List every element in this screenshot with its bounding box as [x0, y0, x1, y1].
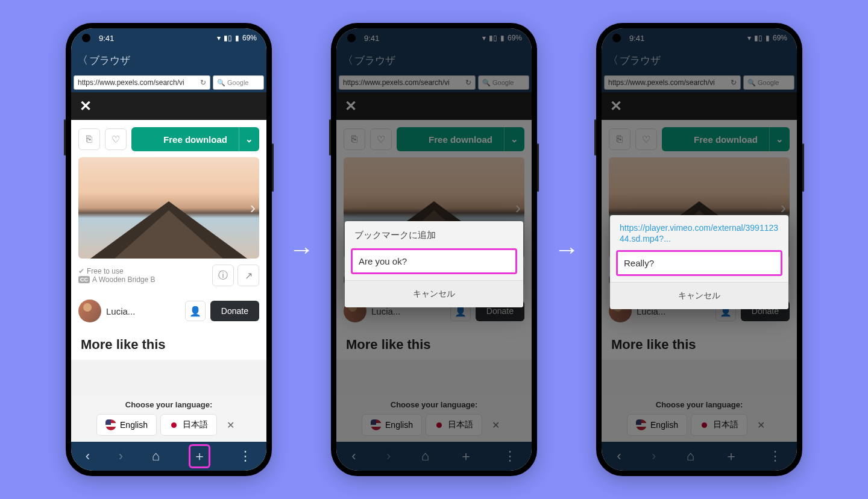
pier-shape-inner — [115, 210, 223, 259]
dialog-input-value: Really? — [624, 258, 654, 268]
author-row: Lucia... 👤 Donate — [78, 300, 259, 322]
heart-icon: ♡ — [112, 134, 120, 145]
battery-icon: ▮ — [235, 34, 239, 42]
bookmark-icon: ⎘ — [86, 134, 92, 145]
next-image-icon[interactable]: › — [250, 198, 256, 218]
dialog-title: ブックマークに追加 — [345, 221, 523, 243]
info-icon: ⓘ — [218, 269, 228, 282]
search-box[interactable]: 🔍 Google — [213, 75, 264, 90]
dialog-cancel-button[interactable]: キャンセル — [345, 280, 523, 307]
app-title: ブラウザ — [89, 54, 130, 67]
screen-3: 9:41 ▾ ▮▯ ▮ 69% 〈 ブラウザ https://www.pexel… — [602, 28, 797, 471]
bookmark-button[interactable]: ⎘ — [78, 128, 100, 150]
lang-english-button[interactable]: English — [96, 414, 157, 436]
nav-forward-icon: › — [119, 448, 123, 464]
avatar[interactable] — [78, 300, 101, 322]
meta-row: ✔Free to use CCA Wooden Bridge B ⓘ ↗ — [78, 265, 259, 286]
lang-close-button[interactable]: ✕ — [221, 414, 241, 436]
flow-arrow-1: → — [289, 235, 314, 264]
flag-jp-icon — [169, 420, 179, 430]
flow-arrow-2: → — [554, 235, 579, 264]
dialog-input[interactable]: Really? — [616, 250, 782, 276]
chevron-down-icon: ⌄ — [245, 134, 253, 145]
dialog-input-value: Are you ok? — [359, 256, 407, 266]
battery-text: 69% — [242, 34, 257, 42]
nav-add-button[interactable]: ＋ — [189, 444, 210, 468]
lang-jp-label: 日本語 — [183, 419, 208, 430]
url-input[interactable]: https://www.pexels.com/search/vi ↻ — [74, 75, 210, 90]
close-icon[interactable]: ✕ — [80, 98, 92, 115]
refresh-icon[interactable]: ↻ — [200, 78, 206, 87]
location-icon: ▾ — [217, 34, 221, 42]
free-label: Free to use — [87, 267, 124, 275]
dialog-cancel-button[interactable]: キャンセル — [610, 282, 788, 309]
nav-home-icon[interactable]: ⌂ — [152, 448, 160, 464]
hero-image[interactable]: › — [78, 157, 259, 259]
url-row: https://www.pexels.com/search/vi ↻ 🔍 Goo… — [71, 73, 266, 92]
nav-back-icon[interactable]: ‹ — [86, 448, 90, 464]
bookmark-dialog: ブックマークに追加 Are you ok? キャンセル — [345, 221, 523, 307]
app-bar: 〈 ブラウザ — [71, 48, 266, 73]
share-button[interactable]: ↗ — [237, 265, 259, 286]
caption-text: A Wooden Bridge B — [92, 275, 156, 284]
flag-us-icon — [105, 419, 116, 430]
url-text: https://www.pexels.com/search/vi — [78, 78, 184, 87]
page-content: ⎘ ♡ Free download ⌄ › ✔Free to use CCA W… — [71, 120, 266, 360]
author-name[interactable]: Lucia... — [106, 306, 180, 316]
phone-frame-1: 9:41 ▾ ▮▯ ▮ 69% 〈 ブラウザ https://www.pexel… — [66, 23, 272, 476]
search-placeholder: Google — [227, 79, 248, 86]
bottom-nav: ‹ › ⌂ ＋ ⋮ — [71, 442, 266, 471]
back-chevron-icon[interactable]: 〈 — [77, 53, 88, 67]
download-dialog: https://player.vimeo.com/external/399112… — [610, 215, 788, 309]
search-icon: 🔍 — [217, 79, 225, 87]
language-bar: Choose your language: English 日本語 ✕ — [71, 395, 266, 442]
share-icon: ↗ — [245, 270, 253, 281]
user-plus-icon: 👤 — [189, 306, 201, 317]
phone-frame-2: 9:41 ▾ ▮▯ ▮ 69% 〈 ブラウザ https://www.pexel… — [331, 23, 537, 476]
info-button[interactable]: ⓘ — [212, 265, 234, 286]
phone-frame-3: 9:41 ▾ ▮▯ ▮ 69% 〈 ブラウザ https://www.pexel… — [596, 23, 802, 476]
check-icon: ✔ — [78, 267, 84, 275]
more-like-heading: More like this — [81, 337, 259, 353]
nav-menu-icon[interactable]: ⋮ — [239, 448, 252, 464]
screen-1: 9:41 ▾ ▮▯ ▮ 69% 〈 ブラウザ https://www.pexel… — [71, 28, 266, 471]
follow-button[interactable]: 👤 — [185, 301, 206, 321]
close-icon: ✕ — [227, 419, 234, 431]
download-label: Free download — [163, 134, 227, 145]
language-buttons: English 日本語 ✕ — [77, 414, 260, 436]
status-indicators: ▾ ▮▯ ▮ 69% — [217, 34, 257, 42]
lang-japanese-button[interactable]: 日本語 — [160, 414, 217, 436]
page-header: ✕ — [71, 92, 266, 120]
camera-hole — [82, 34, 90, 42]
dialog-input[interactable]: Are you ok? — [351, 248, 517, 274]
plus-icon: ＋ — [193, 448, 206, 463]
language-title: Choose your language: — [77, 400, 260, 409]
cc-badge: CC — [78, 276, 90, 283]
meta-text: ✔Free to use CCA Wooden Bridge B — [78, 267, 209, 284]
like-button[interactable]: ♡ — [105, 128, 127, 150]
signal-icon: ▮▯ — [224, 34, 232, 42]
cancel-label: キャンセル — [413, 289, 455, 298]
status-time: 9:41 — [99, 34, 114, 43]
donate-button[interactable]: Donate — [210, 301, 259, 321]
action-row: ⎘ ♡ Free download ⌄ — [78, 127, 259, 151]
download-button[interactable]: Free download ⌄ — [131, 127, 259, 151]
screen-2: 9:41 ▾ ▮▯ ▮ 69% 〈 ブラウザ https://www.pexel… — [336, 28, 532, 471]
lang-en-label: English — [120, 420, 148, 430]
dialog-url: https://player.vimeo.com/external/399112… — [610, 215, 788, 245]
donate-label: Donate — [221, 306, 248, 316]
status-bar: 9:41 ▾ ▮▯ ▮ 69% — [71, 28, 266, 48]
download-dropdown[interactable]: ⌄ — [239, 127, 259, 151]
cancel-label: キャンセル — [678, 290, 720, 300]
